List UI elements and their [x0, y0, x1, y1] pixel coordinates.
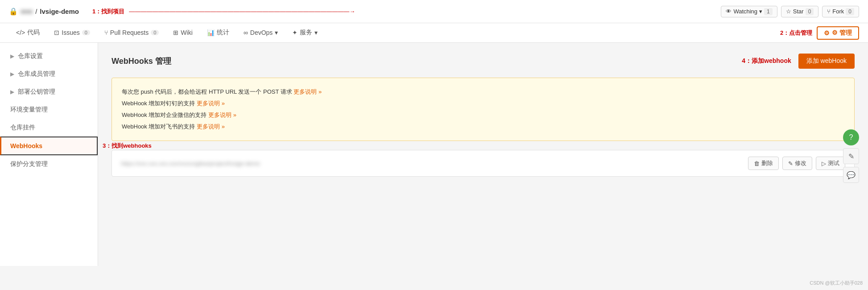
sidebar-item-protected[interactable]: 保护分支管理 [0, 155, 98, 173]
help-button[interactable]: ? [843, 129, 859, 145]
devops-chevron: ▾ [275, 29, 278, 36]
step1-label: 1：找到项目 [92, 8, 124, 16]
tab-stats[interactable]: 📊 统计 [200, 23, 236, 43]
star-label: Star [793, 8, 804, 15]
webhook-url: https://xxx.xxx.xxx.xxx/xxxxx/gitea/proj… [121, 160, 260, 167]
sidebar-item-protected-label: 保护分支管理 [10, 160, 48, 168]
watching-label: Watching [733, 8, 757, 15]
separator: / [35, 8, 37, 15]
content-area: WebHooks 管理 4：添加webhook 添加 webHook 每次您 p… [98, 43, 868, 266]
sidebar-item-env-vars[interactable]: 环境变量管理 [0, 101, 98, 119]
watching-dropdown-icon: ▾ [759, 8, 762, 15]
info-line-1: 每次您 push 代码后，都会给远程 HTTP URL 发送一个 POST 请求… [122, 86, 844, 98]
tab-pr-label: Pull Requests [110, 29, 149, 36]
test-icon: ▷ [822, 160, 826, 167]
edit-icon: ✎ [788, 160, 793, 167]
edit-label: 修改 [795, 159, 806, 167]
sidebar-item-webhooks-label: WebHooks [10, 142, 42, 149]
repo-name: lvsige-demo [40, 8, 79, 15]
webhook-actions: 🗑 删除 ✎ 修改 ▷ 测试 [748, 157, 845, 170]
sidebar-item-repo-settings[interactable]: ▶ 仓库设置 [0, 47, 98, 65]
eye-icon: 👁 [726, 8, 732, 15]
tab-stats-label: 统计 [217, 29, 229, 37]
edit-button[interactable]: ✎ 修改 [782, 157, 812, 170]
service-chevron: ▾ [314, 29, 318, 36]
issues-badge: 0 [82, 30, 90, 35]
tab-manage[interactable]: ⚙ ⚙ 管理 [817, 26, 859, 40]
tab-service[interactable]: ✦ 服务 ▾ [285, 23, 325, 43]
header-right: 4：添加webhook 添加 webHook [742, 54, 855, 69]
star-count: 0 [806, 8, 814, 15]
wiki-icon: ⊞ [173, 29, 178, 36]
star-icon: ☆ [786, 8, 791, 15]
step4-label: 4：添加webhook [742, 57, 791, 65]
sidebar-item-members[interactable]: ▶ 仓库成员管理 [0, 65, 98, 83]
star-button[interactable]: ☆ Star 0 [781, 6, 819, 17]
lock-icon: 🔒 [9, 7, 18, 16]
code-icon: </> [16, 29, 25, 36]
delete-button[interactable]: 🗑 删除 [748, 157, 779, 170]
pr-icon: ⑂ [104, 29, 108, 36]
info-line-2: WebHook 增加对钉钉的支持 更多说明 » [122, 98, 844, 109]
delete-label: 删除 [761, 159, 773, 167]
float-help-area: ? ✎ 💬 [843, 129, 859, 183]
repo-path: 🔒 ■■■ / lvsige-demo 1：找到项目 —————————————… [9, 7, 355, 16]
sidebar-item-repo-hooks-label: 仓库挂件 [10, 124, 35, 132]
info-link-2[interactable]: 更多说明 » [197, 100, 225, 107]
tab-issues[interactable]: ⊡ Issues 0 [47, 23, 97, 43]
webhook-row: https://xxx.xxx.xxx.xxx/xxxxx/gitea/proj… [112, 150, 855, 177]
info-line-4: WebHook 增加对飞书的支持 更多说明 » [122, 121, 844, 133]
nav-tabs: </> 代码 ⊡ Issues 0 ⑂ Pull Requests 0 ⊞ Wi… [0, 23, 868, 43]
info-box: 每次您 push 代码后，都会给远程 HTTP URL 发送一个 POST 请求… [112, 78, 855, 141]
fork-button[interactable]: ⑂ Fork 0 [822, 6, 859, 17]
content-header: WebHooks 管理 4：添加webhook 添加 webHook [112, 54, 855, 69]
info-link-3[interactable]: 更多说明 » [208, 112, 236, 118]
sidebar-item-repo-hooks[interactable]: 仓库挂件 [0, 119, 98, 137]
fork-icon: ⑂ [827, 8, 831, 15]
delete-icon: 🗑 [754, 160, 760, 167]
sidebar-item-webhooks[interactable]: WebHooks [0, 137, 98, 155]
fork-count: 0 [846, 8, 854, 15]
sidebar-item-deploy-keys-label: 部署公钥管理 [18, 88, 55, 96]
fork-label: Fork [832, 8, 844, 15]
chevron-icon: ▶ [10, 89, 14, 95]
tab-devops[interactable]: ∞ DevOps ▾ [236, 23, 285, 43]
top-header: 🔒 ■■■ / lvsige-demo 1：找到项目 —————————————… [0, 0, 868, 23]
chat-float-button[interactable]: 💬 [843, 167, 859, 183]
watching-button[interactable]: 👁 Watching ▾ 1 [721, 6, 777, 17]
devops-icon: ∞ [244, 29, 248, 36]
manage-icon: ⚙ [824, 29, 830, 37]
sidebar: ▶ 仓库设置 ▶ 仓库成员管理 ▶ 部署公钥管理 环境变量管理 仓库挂件 Web… [0, 43, 98, 266]
repo-owner: ■■■ [21, 8, 33, 15]
chevron-icon: ▶ [10, 71, 14, 77]
sidebar-item-deploy-keys[interactable]: ▶ 部署公钥管理 [0, 83, 98, 101]
page-title: WebHooks 管理 [112, 56, 171, 66]
pr-badge: 0 [151, 30, 159, 35]
sidebar-item-env-vars-label: 环境变量管理 [10, 106, 48, 114]
info-link-1[interactable]: 更多说明 » [293, 88, 322, 95]
tab-service-label: 服务 [300, 29, 312, 37]
chevron-icon: ▶ [10, 53, 14, 59]
sidebar-item-members-label: 仓库成员管理 [18, 70, 55, 78]
tab-code[interactable]: </> 代码 [9, 23, 47, 43]
main-layout: ▶ 仓库设置 ▶ 仓库成员管理 ▶ 部署公钥管理 环境变量管理 仓库挂件 Web… [0, 43, 868, 266]
header-actions: 👁 Watching ▾ 1 ☆ Star 0 ⑂ Fork 0 [721, 6, 859, 17]
stats-icon: 📊 [207, 29, 215, 36]
edit-float-button[interactable]: ✎ [843, 148, 859, 164]
service-icon: ✦ [292, 29, 298, 36]
tab-wiki-label: Wiki [181, 29, 192, 36]
test-label: 测试 [828, 159, 839, 167]
tab-code-label: 代码 [27, 29, 40, 37]
tab-manage-label: ⚙ 管理 [832, 29, 852, 37]
tab-pull-requests[interactable]: ⑂ Pull Requests 0 [97, 23, 166, 43]
info-link-4[interactable]: 更多说明 » [197, 123, 225, 130]
add-webhook-button[interactable]: 添加 webHook [798, 54, 855, 69]
watching-count: 1 [764, 8, 773, 15]
sidebar-item-repo-settings-label: 仓库设置 [18, 52, 43, 60]
test-button[interactable]: ▷ 测试 [816, 157, 845, 170]
tab-issues-label: Issues [62, 29, 79, 36]
tab-wiki[interactable]: ⊞ Wiki [166, 23, 199, 43]
step2-label: 2：点击管理 [780, 29, 812, 37]
step3-label: 3：找到webhooks [103, 142, 152, 150]
tab-devops-label: DevOps [250, 29, 273, 36]
